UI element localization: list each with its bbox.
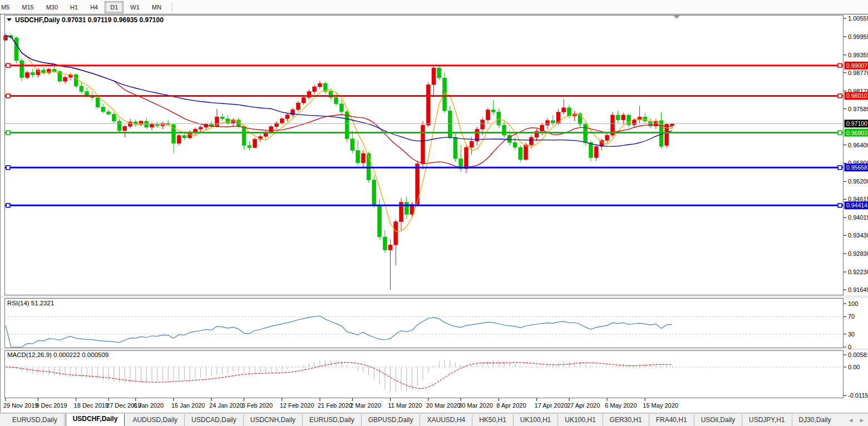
candle-body	[551, 121, 555, 123]
chart-tab-UK100-H1[interactable]: UK100,H1	[514, 414, 558, 426]
candle-body	[52, 69, 56, 71]
price-axis-label: 0.91645	[848, 286, 868, 293]
price-axis-label: 1.00555	[848, 15, 868, 22]
candle-body	[378, 205, 382, 237]
candle-body	[296, 103, 300, 110]
pane-separator	[0, 295, 868, 298]
chart-tabs: EURUSD,DailyUSDCHF,DailyAUDUSD,DailyUSDC…	[6, 414, 838, 426]
candle-body	[74, 75, 78, 86]
level-handle[interactable]	[838, 166, 842, 170]
chart-tab-USDJPY-H1[interactable]: USDJPY,H1	[742, 414, 792, 426]
chart-tab-FRA40-H1[interactable]: FRA40,H1	[649, 414, 694, 426]
price-axis-label: 0.94015	[848, 214, 868, 221]
candle-body	[486, 110, 490, 120]
chart-tab-USDCHF-Daily[interactable]: USDCHF,Daily	[66, 414, 125, 426]
date-axis-label: 8 Apr 2020	[496, 402, 526, 409]
candle-body	[519, 147, 522, 160]
date-axis-label: 24 Jan 2020	[209, 402, 243, 409]
candle-body	[280, 118, 284, 123]
candle-body	[622, 115, 625, 120]
level-price-label-text: 0.94414	[846, 202, 867, 209]
tabs-scroll-left-icon[interactable]: ◄	[848, 417, 854, 423]
candle-body	[442, 78, 446, 111]
chart-tab-XAUUSD-H4[interactable]: XAUUSD,H4	[420, 414, 472, 426]
macd-label: MACD(12,26,9) 0.000222 0.000509	[7, 351, 108, 358]
candle-body	[481, 120, 485, 129]
rsi-pane-bg	[4, 298, 844, 348]
candle-body	[361, 153, 365, 163]
chart-tab-GBPUSD-Daily[interactable]: GBPUSD,Daily	[362, 414, 421, 426]
date-axis-label: 27 Apr 2020	[567, 402, 600, 409]
price-axis-label: 0.95200	[848, 178, 868, 185]
candle-body	[177, 136, 181, 143]
candle-body	[31, 72, 34, 75]
macd-axis-label: 0.00	[848, 364, 860, 370]
date-axis-label: 3 Feb 2020	[242, 402, 273, 409]
chart-tab-EURUSD-Daily[interactable]: EURUSD,Daily	[6, 414, 65, 426]
candle-body	[578, 114, 582, 125]
trading-terminal: M5M15M30H1H4D1W1MN 1.005550.999550.99355…	[0, 0, 868, 426]
level-handle[interactable]	[6, 131, 10, 135]
date-axis-label: 30 Mar 2020	[458, 402, 493, 409]
candle-body	[96, 98, 100, 107]
level-price-label-text: 0.96803	[846, 130, 867, 136]
level-handle[interactable]	[6, 63, 10, 67]
candle-body	[269, 127, 273, 132]
candle-body	[351, 139, 354, 151]
chart-tab-USDCNH-Daily[interactable]: USDCNH,Daily	[244, 414, 303, 426]
candle-body	[107, 112, 111, 114]
chart-tab-UK100-H1[interactable]: UK100,H1	[558, 414, 603, 426]
chart-canvas[interactable]: 1.005550.999550.993550.987700.981700.975…	[0, 0, 868, 426]
level-handle[interactable]	[838, 63, 842, 67]
candle-body	[643, 117, 647, 121]
candle-body	[199, 127, 203, 129]
level-handle[interactable]	[6, 94, 10, 98]
chart-tab-DJ30-Daily[interactable]: DJ30,Daily	[792, 414, 838, 426]
candle-body	[670, 123, 674, 126]
chart-tab-GER30-H1[interactable]: GER30,H1	[603, 414, 649, 426]
chart-tab-AUDUSD-Daily[interactable]: AUDUSD,Daily	[126, 414, 185, 426]
level-price-label-text: 0.95658	[846, 164, 867, 171]
tab-scroll-buttons: ◄ ►	[848, 414, 865, 426]
candle-body	[513, 142, 517, 147]
candle-body	[594, 146, 598, 157]
candle-body	[80, 86, 83, 92]
price-axis-label: 0.92230	[848, 269, 868, 275]
level-handle[interactable]	[6, 166, 10, 170]
candle-body	[193, 129, 197, 132]
candle-body	[464, 147, 468, 169]
candle-body	[4, 36, 8, 40]
candle-body	[242, 126, 246, 146]
level-handle[interactable]	[838, 131, 842, 135]
candle-body	[524, 145, 528, 160]
chart-tab-HK50-H1[interactable]: HK50,H1	[472, 414, 514, 426]
candle-body	[562, 108, 566, 112]
date-axis-label: 6 May 2020	[605, 402, 637, 409]
candle-body	[388, 245, 392, 250]
candle-body	[502, 125, 506, 135]
candle-body	[470, 141, 474, 147]
chart-tab-USOil-Daily[interactable]: USOil,Daily	[694, 414, 742, 426]
candle-body	[117, 121, 121, 131]
candle-body	[632, 120, 636, 125]
rsi-axis-label: 70	[848, 313, 855, 320]
level-handle[interactable]	[838, 204, 842, 207]
candle-body	[383, 237, 387, 250]
date-axis-label: 6 Jan 2020	[134, 402, 164, 409]
date-axis-label: 20 Mar 2020	[426, 402, 461, 409]
chart-tab-USDCAD-Daily[interactable]: USDCAD,Daily	[185, 414, 244, 426]
chart-tab-EURUSD-Daily[interactable]: EURUSD,Daily	[303, 414, 362, 426]
candle-body	[421, 125, 425, 164]
tabs-scroll-right-icon[interactable]: ►	[859, 417, 865, 423]
candle-body	[567, 108, 571, 116]
candle-body	[405, 202, 408, 215]
level-handle[interactable]	[6, 204, 10, 207]
candle-body	[356, 150, 360, 162]
candle-body	[334, 97, 338, 104]
level-handle[interactable]	[838, 94, 842, 98]
level-price-label-text: 0.99007	[846, 62, 867, 69]
candle-body	[605, 135, 609, 140]
date-axis-label: 15 Jan 2020	[171, 402, 205, 409]
candle-body	[253, 139, 257, 147]
level-price-label-text: 0.98010	[846, 92, 867, 99]
